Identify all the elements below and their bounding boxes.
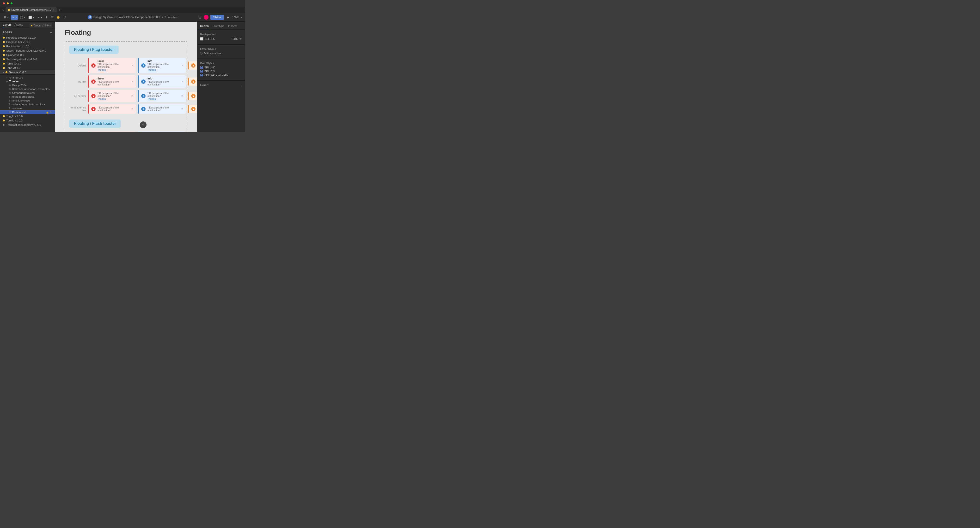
toaster-badge: Toaster v1.0.0 ▾: [30, 23, 52, 28]
info-toast-body: Info * Description of the notification *: [148, 77, 179, 86]
toast-row-no-link: no link ▲ Error * Description of the not…: [69, 75, 183, 88]
layer-item-no-header-no-link-no-close[interactable]: T no header, no link, no close: [0, 103, 55, 106]
bg-visibility-icon[interactable]: 👁: [239, 37, 242, 40]
page-item-progress-bar[interactable]: Progress bar v1.0.0: [0, 40, 55, 44]
home-icon[interactable]: ⌂: [2, 8, 3, 11]
layer-item-no-headerno-close[interactable]: T no headerno close: [0, 95, 55, 98]
share-button[interactable]: Share: [210, 15, 224, 20]
info-toast-default: i Info * Description of the notification…: [138, 58, 186, 73]
page-dot-icon: [3, 41, 5, 43]
page-dot-icon: [3, 54, 5, 56]
error-close[interactable]: ×: [131, 79, 134, 84]
layer-label: Component: [12, 111, 26, 114]
page-item-spinner[interactable]: Spinner v1.0.0: [0, 53, 55, 57]
bg-color-swatch[interactable]: [200, 37, 204, 41]
play-btn[interactable]: ▶: [226, 15, 230, 20]
error-close[interactable]: ×: [131, 107, 134, 111]
zoom-level[interactable]: 100%: [232, 16, 239, 19]
page-item-toggle[interactable]: Toggle v1.0.0: [0, 114, 55, 118]
grid-tool-btn[interactable]: ⊞ ▾: [3, 15, 10, 20]
text-tool-btn[interactable]: T: [45, 15, 49, 20]
info-desc: * Description of the notification *: [148, 92, 179, 97]
tab-inspect[interactable]: Inspect: [227, 24, 238, 29]
layer-item-tokens[interactable]: ⊞ component tokens: [0, 91, 55, 95]
layer-item-no-linkno-close[interactable]: T no linkno close: [0, 98, 55, 103]
info-close[interactable]: ×: [181, 107, 183, 111]
frame-tool-btn[interactable]: ⬚ ▾: [19, 15, 26, 20]
button-shadow-label: Button shadow: [204, 52, 221, 55]
page-dot-icon: [3, 45, 5, 47]
pages-label: Pages: [3, 31, 12, 34]
headphone-icon[interactable]: 🎧: [198, 16, 202, 19]
page-item-progress-stepper[interactable]: Progress stepper v1.0.0: [0, 35, 55, 40]
page-item-subnav[interactable]: Sub navigation list v1.0.0: [0, 57, 55, 62]
text-t-icon: T: [9, 103, 10, 106]
new-tab-btn[interactable]: +: [59, 8, 60, 12]
error-icon: ▲: [91, 94, 95, 98]
export-add-btn[interactable]: +: [240, 84, 242, 87]
error-toast-link[interactable]: Textlink: [97, 68, 106, 71]
bg-color-value[interactable]: E5E5E5: [205, 37, 215, 40]
page-dot-icon: [6, 71, 8, 73]
layer-item-changelog[interactable]: ○ .changeLog: [0, 76, 55, 79]
page-label: Tabs v0.1.0: [6, 67, 21, 69]
page-dot-icon: [3, 119, 5, 121]
layer-item-no-close[interactable]: T no close: [0, 106, 55, 110]
branches-count[interactable]: 2 branches: [164, 16, 178, 19]
pen-tool-btn[interactable]: ✒ ▾: [36, 15, 43, 20]
shape-tool-btn[interactable]: ⬜ ▾: [27, 15, 35, 20]
branches-btn[interactable]: ▾: [162, 16, 163, 19]
error-toast-flash: ▲ Error * Description of the notificatio…: [88, 132, 136, 132]
layer-item-component[interactable]: ⊞ Component 🔒 👁: [0, 110, 55, 114]
page-item-sheet[interactable]: Sheet - Bottom (MOBILE) v1.0.0: [0, 49, 55, 53]
layer-item-group7534[interactable]: ⊞ Group 7534: [0, 83, 55, 87]
traffic-light-green[interactable]: [11, 2, 13, 4]
breadcrumb-design-system[interactable]: Design System: [94, 16, 113, 19]
info-close[interactable]: ×: [181, 79, 183, 84]
page-item-radiobutton[interactable]: Radiobutton v1.0.0: [0, 44, 55, 49]
hand-tool-btn[interactable]: ✋: [55, 15, 61, 20]
layer-item-behavior[interactable]: ⊞ Behavior, animation, examples: [0, 87, 55, 91]
canvas-scroll[interactable]: Floating Floating / Flag toaster Default…: [55, 22, 197, 132]
bg-opacity[interactable]: 100%: [231, 37, 238, 40]
error-close[interactable]: ×: [131, 94, 134, 98]
page-item-table[interactable]: Table v0.3.0: [0, 62, 55, 66]
page-item-toaster[interactable]: ▾ Toaster v1.0.0: [0, 70, 55, 75]
page-item-transaction[interactable]: Transaction summary v0.5.0: [0, 123, 55, 127]
background-color-row: E5E5E5 100% 👁: [200, 37, 242, 41]
grid-bars-icon: [200, 70, 203, 73]
info-title: Info: [148, 77, 179, 80]
info-toast-close[interactable]: ×: [181, 63, 183, 68]
separator-2: [197, 59, 245, 59]
toolbar-right: 🎧 Share ▶ 100% ▾: [198, 15, 242, 20]
tab-prototype[interactable]: Prototype: [212, 24, 225, 29]
add-page-btn[interactable]: +: [50, 30, 52, 35]
error-link[interactable]: Textlink: [97, 97, 106, 100]
info-icon: i: [141, 107, 146, 111]
assets-tab[interactable]: Assets: [14, 23, 23, 28]
comment-tool-btn[interactable]: ↺: [62, 15, 67, 20]
layer-item-toaster[interactable]: ⊞ Toaster: [0, 79, 55, 83]
layers-tab[interactable]: Layers: [3, 23, 11, 28]
traffic-light-red[interactable]: [3, 2, 5, 4]
layer-label: no headerno close: [11, 95, 34, 98]
components-tool-btn[interactable]: ⊛: [49, 15, 54, 20]
info-link[interactable]: Textlink: [148, 97, 156, 100]
file-tab[interactable]: Diwata Global Components v0.8.2 ×: [6, 7, 57, 13]
tab-close-btn[interactable]: ×: [53, 9, 54, 11]
pointer-tool-btn[interactable]: ↖ ▾: [11, 15, 18, 20]
breadcrumb-file-name[interactable]: Diwata Global Components v0.8.2: [116, 16, 160, 19]
default-label: Default: [69, 64, 86, 67]
pages-header: Pages +: [0, 29, 55, 35]
page-item-tabs[interactable]: Tabs v0.1.0: [0, 66, 55, 70]
page-dot-icon: [3, 67, 5, 69]
traffic-light-yellow[interactable]: [7, 2, 9, 4]
help-button[interactable]: ?: [140, 121, 146, 128]
info-toast-link[interactable]: Textlink: [148, 68, 156, 71]
error-toast-close[interactable]: ×: [131, 63, 134, 68]
tab-design[interactable]: Design: [199, 24, 210, 29]
page-item-tooltip[interactable]: Tooltip v1.0.0: [0, 118, 55, 123]
info-close[interactable]: ×: [181, 94, 183, 98]
warning-icon: ▲: [191, 94, 196, 98]
layer-label: Behavior, animation, examples: [12, 87, 50, 90]
